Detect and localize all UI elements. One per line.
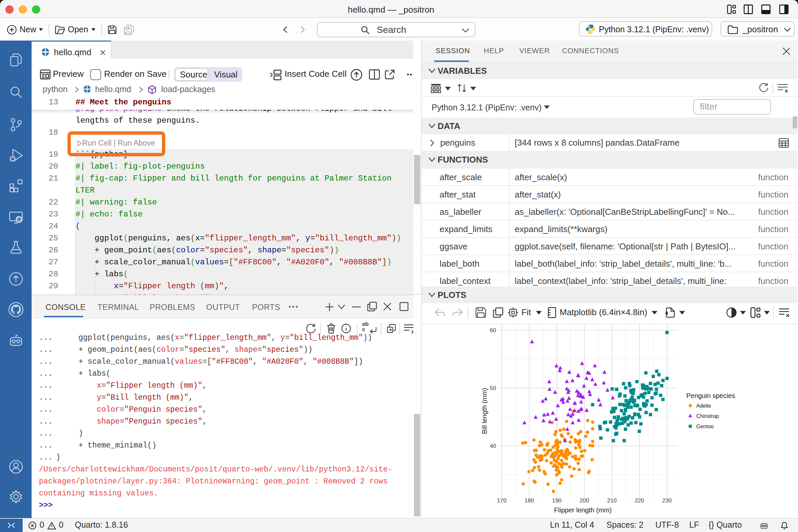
svg-text:60: 60 [490,327,496,334]
svg-text:50: 50 [490,385,496,391]
svg-text:190: 190 [552,497,562,504]
svg-text:Flipper length (mm): Flipper length (mm) [554,507,611,514]
svg-text:180: 180 [525,497,534,504]
svg-text:220: 220 [635,497,644,504]
svg-text:Penguin species: Penguin species [686,392,735,399]
svg-text:230: 230 [662,497,672,504]
svg-text:Adelie: Adelie [696,403,711,408]
svg-text:210: 210 [607,497,616,504]
svg-text:Bill length (mm): Bill length (mm) [481,388,488,434]
svg-text:Chinstrap: Chinstrap [696,413,719,419]
svg-text:Gentoo: Gentoo [696,424,714,429]
svg-text:170: 170 [497,497,507,504]
svg-text:200: 200 [580,497,589,504]
svg-text:40: 40 [490,443,496,449]
